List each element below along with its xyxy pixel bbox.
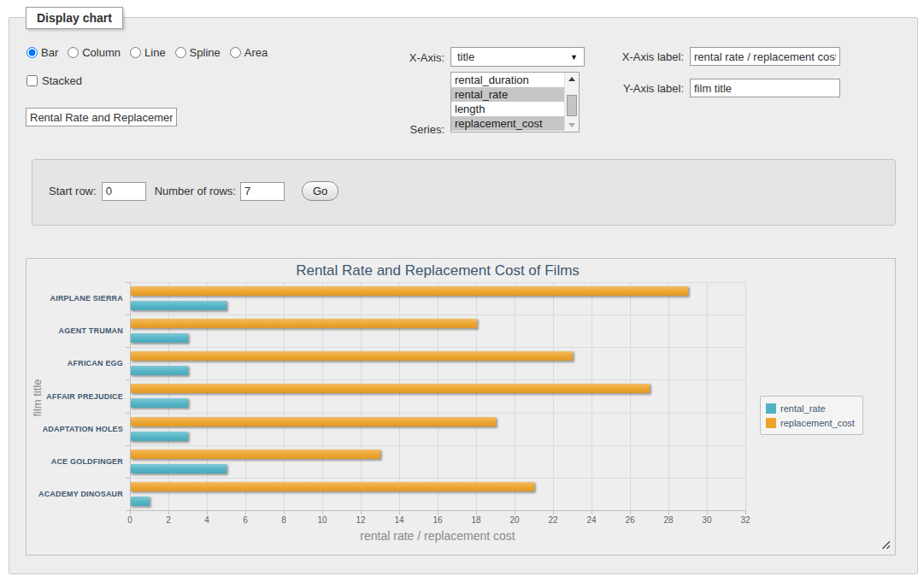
start-row-input[interactable]: [102, 182, 146, 201]
go-button[interactable]: Go: [302, 181, 338, 201]
legend-swatch-icon: [766, 418, 776, 428]
bar-replacement_cost: [131, 417, 496, 426]
y-tick-mark: [126, 478, 130, 479]
x-tick-label: 32: [733, 515, 758, 525]
x-tick-label: 24: [579, 515, 604, 525]
y-tick-mark: [126, 445, 130, 446]
series-list-label: Series:: [368, 123, 444, 136]
gridline-vertical: [361, 282, 362, 510]
stacked-label: Stacked: [42, 74, 82, 87]
chart-title-input[interactable]: [26, 108, 177, 126]
chart-type-radio-area[interactable]: Area: [230, 46, 268, 59]
bar-rental_rate: [131, 398, 188, 408]
chart-type-radio-spline[interactable]: Spline: [175, 46, 221, 59]
x-axis-label-input[interactable]: [690, 47, 840, 66]
y-axis-label-caption: Y-Axis label:: [598, 82, 684, 95]
resize-handle-icon[interactable]: [880, 539, 890, 549]
series-option-rental_rate[interactable]: rental_rate: [451, 87, 564, 102]
chart-type-radio-input-area[interactable]: [230, 47, 241, 58]
x-tick-label: 26: [617, 515, 643, 525]
page: Display chart BarColumnLineSplineArea St…: [0, 0, 924, 582]
y-tick-mark: [126, 347, 130, 348]
chart-title: Rental Rate and Replacement Cost of Film…: [130, 262, 745, 279]
chart-type-radio-text: Line: [144, 46, 166, 59]
number-of-rows-input[interactable]: [240, 182, 285, 201]
gridline-vertical: [438, 282, 438, 510]
number-of-rows-label: Number of rows:: [155, 185, 236, 197]
scroll-down-icon[interactable]: [568, 123, 575, 127]
gridline-vertical: [515, 282, 515, 510]
bar-rental_rate: [131, 497, 150, 506]
gridline-horizontal: [130, 413, 745, 414]
x-tick-label: 0: [117, 515, 143, 525]
gridline-horizontal: [130, 478, 745, 479]
gridline-vertical: [707, 282, 708, 510]
x-tick-label: 4: [194, 515, 220, 525]
x-tick-label: 6: [232, 515, 258, 525]
chevron-down-icon: ▼: [570, 53, 578, 62]
stacked-checkbox[interactable]: [26, 75, 38, 86]
chart-type-radio-bar[interactable]: Bar: [26, 46, 58, 59]
chart-type-radio-text: Spline: [190, 46, 221, 59]
bar-rental_rate: [131, 432, 188, 441]
chart-type-radio-line[interactable]: Line: [130, 46, 166, 59]
x-tick-label: 12: [348, 515, 374, 525]
series-multiselect[interactable]: rental_durationrental_ratelengthreplacem…: [450, 72, 580, 132]
chart-type-radio-input-line[interactable]: [130, 47, 141, 58]
chart-type-radio-text: Area: [244, 46, 268, 59]
series-option-rental_duration[interactable]: rental_duration: [451, 73, 564, 87]
x-tick-mark: [745, 510, 746, 514]
y-tick-mark: [126, 282, 130, 283]
gridline-vertical: [130, 282, 131, 510]
category-label: AFRICAN EGG: [27, 359, 123, 367]
gridline-horizontal: [130, 510, 745, 511]
bar-replacement_cost: [131, 482, 534, 491]
chart-type-radio-input-column[interactable]: [68, 47, 79, 58]
y-axis-label-input[interactable]: [690, 79, 840, 97]
bar-rental_rate: [131, 366, 188, 375]
legend-item-rental_rate[interactable]: rental_rate: [766, 401, 855, 415]
series-option-replacement_cost[interactable]: replacement_cost: [451, 116, 564, 131]
x-axis-select[interactable]: title ▼: [450, 47, 585, 67]
bar-replacement_cost: [131, 384, 650, 393]
bar-replacement_cost: [131, 351, 573, 361]
x-axis-label-caption: X-Axis label:: [598, 50, 684, 63]
category-label: ACE GOLDFINGER: [27, 457, 123, 466]
x-tick-label: 28: [656, 515, 681, 525]
legend-label: replacement_cost: [780, 418, 855, 428]
gridline-vertical: [399, 282, 400, 510]
stacked-checkbox-row[interactable]: Stacked: [26, 74, 82, 87]
x-tick-label: 22: [540, 515, 566, 525]
bar-rental_rate: [131, 333, 188, 343]
chart-type-radio-text: Column: [82, 46, 121, 59]
series-scrollbar[interactable]: [564, 73, 579, 132]
legend-swatch-icon: [766, 403, 776, 414]
category-label: AGENT TRUMAN: [27, 326, 123, 335]
scrollbar-thumb[interactable]: [567, 95, 577, 116]
gridline-horizontal: [130, 347, 745, 348]
chart-container: Rental Rate and Replacement Cost of Film…: [26, 258, 896, 556]
legend-label: rental_rate: [780, 403, 826, 414]
bar-replacement_cost: [131, 286, 688, 296]
category-label: AFFAIR PREJUDICE: [27, 392, 123, 401]
chart-type-radio-input-spline[interactable]: [175, 47, 186, 58]
x-tick-label: 14: [386, 515, 412, 525]
start-row-label: Start row:: [49, 185, 97, 197]
x-axis-select-label: X-Axis:: [368, 51, 444, 64]
series-option-length[interactable]: length: [451, 102, 564, 116]
x-tick-label: 16: [425, 515, 450, 525]
chart-type-radio-column[interactable]: Column: [68, 46, 121, 59]
gridline-vertical: [245, 282, 246, 510]
x-tick-label: 18: [463, 515, 489, 525]
gridline-vertical: [630, 282, 631, 510]
x-axis-title: rental rate / replacement cost: [130, 529, 745, 543]
gridline-vertical: [745, 282, 746, 510]
legend-item-replacement_cost[interactable]: replacement_cost: [766, 415, 855, 430]
gridline-vertical: [284, 282, 285, 510]
bar-rental_rate: [131, 464, 227, 473]
scroll-up-icon[interactable]: [568, 77, 575, 81]
fieldset-legend: Display chart: [26, 7, 123, 29]
chart-type-radio-input-bar[interactable]: [26, 47, 38, 58]
plot-area: 02468101214161820222426283032AIRPLANE SI…: [130, 282, 745, 510]
y-tick-mark: [126, 379, 130, 380]
